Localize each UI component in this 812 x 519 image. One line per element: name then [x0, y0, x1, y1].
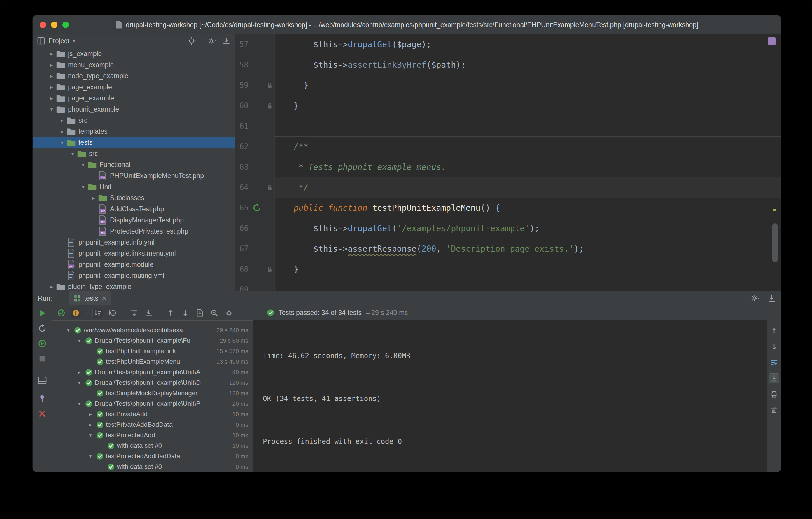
expand-open-icon[interactable]: ▾: [68, 150, 77, 157]
tree-item-phpunit-example-module[interactable]: phpphpunit_example.module: [33, 259, 235, 270]
code-line-65[interactable]: 65 public function testPhpUnitExampleMen…: [235, 198, 781, 218]
test-row-testprotectedadd[interactable]: ▾testProtectedAdd10 ms: [52, 430, 252, 440]
code-line-69[interactable]: 69: [235, 279, 781, 291]
tree-item-unit[interactable]: ▾Unit: [33, 181, 235, 192]
tree-item-functional[interactable]: ▾Functional: [33, 159, 235, 170]
test-row-drupal-tests-phpunit-example-fu[interactable]: ▾Drupal\Tests\phpunit_example\Fu29 s 60 …: [52, 335, 252, 346]
test-row-with-data-set-0[interactable]: with data set #010 ms: [52, 440, 252, 451]
expand-closed-icon[interactable]: ▸: [47, 62, 56, 68]
soft-wrap-button[interactable]: [770, 358, 779, 367]
close-tab-icon[interactable]: ×: [102, 295, 106, 302]
gear-icon[interactable]: [751, 294, 759, 302]
code-line-58[interactable]: 58 $this->assertLinkByHref($path);: [235, 55, 781, 75]
code-line-59[interactable]: 59 }: [235, 75, 781, 95]
expand-closed-icon[interactable]: ▸: [75, 369, 84, 375]
expand-all-button[interactable]: [129, 308, 139, 318]
stop-button[interactable]: [37, 354, 47, 364]
print-button[interactable]: [770, 389, 779, 399]
code-line-63[interactable]: 63 * Tests phpunit_example menus.: [235, 157, 781, 177]
restore-layout-button[interactable]: [37, 375, 47, 385]
tree-item-plugin-type-example[interactable]: ▸plugin_type_example: [33, 281, 235, 291]
tree-item-phpunit-example[interactable]: ▾phpunit_example: [33, 104, 235, 115]
tree-item-templates[interactable]: ▸templates: [33, 126, 235, 137]
test-row-with-data-set-0[interactable]: with data set #00 ms: [52, 462, 252, 472]
tree-item-node-type-example[interactable]: ▸node_type_example: [33, 70, 235, 81]
expand-open-icon[interactable]: ▾: [79, 161, 87, 168]
up-stack-trace-button[interactable]: [770, 326, 779, 336]
tree-item-protectedprivatestest-php[interactable]: phpProtectedPrivatesTest.php: [33, 226, 235, 237]
import-test-results-button[interactable]: [195, 308, 205, 318]
expand-open-icon[interactable]: ▾: [79, 184, 87, 190]
tree-item-src[interactable]: ▾src: [33, 148, 235, 159]
collapse-all-button[interactable]: [144, 308, 154, 318]
expand-closed-icon[interactable]: ▸: [58, 117, 66, 124]
gear-icon[interactable]: [208, 37, 216, 45]
test-row-testprotectedaddbaddata[interactable]: ▾testProtectedAddBadData0 ms: [52, 451, 252, 462]
show-ignored-toggle[interactable]: [71, 308, 81, 318]
tree-item-addclasstest-php[interactable]: phpAddClassTest.php: [33, 203, 235, 215]
rerun-failed-tests-button[interactable]: [37, 323, 47, 333]
code-editor[interactable]: 57 $this->drupalGet($page);58 $this->ass…: [235, 34, 781, 291]
test-console-output[interactable]: Time: 46.62 seconds, Memory: 6.00MBOK (3…: [253, 320, 767, 472]
tree-item-page-example[interactable]: ▸page_example: [33, 81, 235, 92]
test-row-testprivateadd[interactable]: ▸testPrivateAdd10 ms: [52, 409, 252, 419]
code-line-66[interactable]: 66 $this->drupalGet('/examples/phpunit-e…: [235, 218, 781, 239]
zoom-window-button[interactable]: [62, 22, 69, 28]
toggle-auto-test-button[interactable]: [37, 338, 47, 349]
hide-panel-icon[interactable]: [768, 294, 776, 302]
sort-alphabetically-button[interactable]: [93, 308, 103, 318]
test-row-testphpunitexamplemenu[interactable]: testPhpUnitExampleMenu13 s 490 ms: [52, 356, 252, 367]
tree-item-src[interactable]: ▸src: [33, 115, 235, 126]
tree-item-phpunit-example-links-menu-yml[interactable]: phpunit_example.links.menu.yml: [33, 248, 235, 259]
expand-open-icon[interactable]: ▾: [58, 139, 66, 146]
expand-open-icon[interactable]: ▾: [75, 380, 84, 386]
code-line-60[interactable]: 60 }: [235, 95, 781, 116]
previous-test-button[interactable]: [166, 308, 176, 318]
project-panel-title[interactable]: Project: [49, 37, 69, 45]
test-history-button[interactable]: [209, 308, 219, 318]
next-test-button[interactable]: [180, 308, 190, 318]
expand-closed-icon[interactable]: ▸: [86, 411, 95, 417]
expand-open-icon[interactable]: ▾: [75, 338, 84, 344]
code-line-64[interactable]: 64 */: [235, 177, 781, 198]
pin-tab-button[interactable]: [37, 393, 47, 403]
sort-by-duration-button[interactable]: [107, 308, 117, 318]
tree-item-phpunit-example-info-yml[interactable]: phpunit_example.info.yml: [33, 237, 235, 248]
down-stack-trace-button[interactable]: [770, 342, 779, 351]
run-test-gutter-icon[interactable]: [250, 203, 264, 212]
tab-tests[interactable]: tests ×: [68, 291, 112, 305]
expand-closed-icon[interactable]: ▸: [47, 84, 56, 90]
minimize-window-button[interactable]: [51, 22, 57, 28]
code-line-68[interactable]: 68 }: [235, 259, 781, 279]
test-row--var-www-web-modules-contrib-exa[interactable]: ▾/var/www/web/modules/contrib/exa29 s 24…: [52, 325, 252, 335]
test-row-testsimplemockdisplaymanager[interactable]: testSimpleMockDisplayManager120 ms: [52, 388, 252, 399]
expand-closed-icon[interactable]: ▸: [47, 95, 56, 102]
test-row-testphpunitexamplelink[interactable]: testPhpUnitExampleLink15 s 570 ms: [52, 346, 252, 356]
close-window-button[interactable]: [40, 22, 46, 28]
test-row-drupal-tests-phpunit-example-unit-a[interactable]: ▸Drupal\Tests\phpunit_example\Unit\A40 m…: [52, 367, 252, 377]
close-run-panel-button[interactable]: [37, 409, 47, 418]
locate-file-icon[interactable]: [187, 37, 196, 45]
expand-open-icon[interactable]: ▾: [86, 453, 95, 460]
expand-closed-icon[interactable]: ▸: [47, 51, 56, 57]
expand-closed-icon[interactable]: ▸: [58, 128, 66, 135]
expand-closed-icon[interactable]: ▸: [86, 422, 95, 428]
code-line-62[interactable]: 62 /**: [235, 136, 781, 157]
expand-open-icon[interactable]: ▾: [86, 432, 95, 438]
titlebar[interactable]: drupal-testing-workshop [~/Code/os/drupa…: [33, 16, 781, 34]
collapse-all-icon[interactable]: [222, 37, 230, 45]
code-line-67[interactable]: 67 $this->assertResponse(200, 'Descripti…: [235, 239, 781, 259]
warning-stripe-mark[interactable]: [773, 209, 776, 211]
expand-open-icon[interactable]: ▾: [64, 327, 72, 333]
tree-item-phpunitexamplemenutest-php[interactable]: phpPHPUnitExampleMenuTest.php: [33, 170, 235, 181]
expand-open-icon[interactable]: ▾: [75, 401, 84, 407]
expand-closed-icon[interactable]: ▸: [47, 73, 56, 79]
test-settings-button[interactable]: [224, 308, 234, 318]
test-row-testprivateaddbaddata[interactable]: ▸testPrivateAddBadData0 ms: [52, 419, 252, 430]
clear-all-button[interactable]: [770, 405, 779, 414]
scroll-to-end-button[interactable]: [770, 374, 779, 383]
editor-scrollbar-thumb[interactable]: [772, 223, 778, 263]
code-line-61[interactable]: 61: [235, 116, 781, 136]
rerun-tests-button[interactable]: [37, 308, 47, 318]
tree-item-phpunit-example-routing-yml[interactable]: phpunit_example.routing.yml: [33, 270, 235, 281]
